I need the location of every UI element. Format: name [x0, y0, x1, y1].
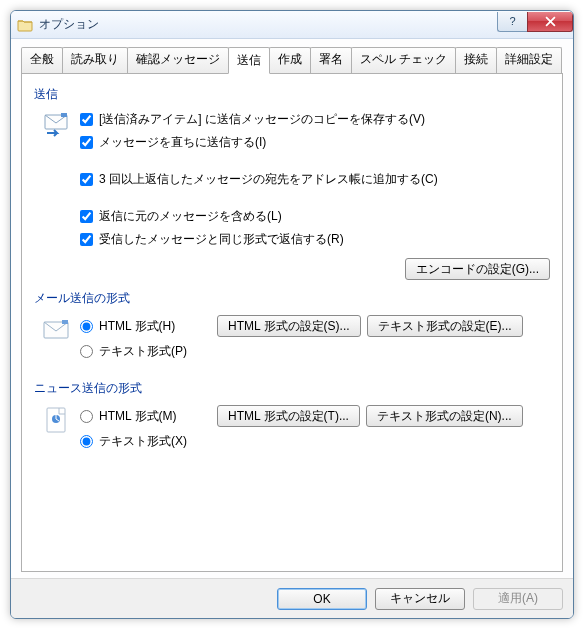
mail-text-settings-button[interactable]: テキスト形式の設定(E)... [367, 315, 523, 337]
radio-mail-text[interactable] [80, 345, 93, 358]
section-news-format-heading: ニュース送信の形式 [34, 380, 550, 397]
tab-general[interactable]: 全般 [21, 47, 63, 73]
checkbox-save-copy-input[interactable] [80, 113, 93, 126]
options-dialog: オプション ? 全般 読み取り 確認メッセージ 送信 作成 署名 スペル チェッ… [10, 10, 574, 619]
help-button[interactable]: ? [497, 12, 527, 32]
encoding-settings-button[interactable]: エンコードの設定(G)... [405, 258, 550, 280]
envelope-send-icon [41, 111, 73, 254]
tab-signatures[interactable]: 署名 [310, 47, 352, 73]
radio-news-text[interactable] [80, 435, 93, 448]
checkbox-save-copy[interactable]: [送信済みアイテム] に送信メッセージのコピーを保存する(V) [80, 111, 550, 128]
radio-news-text-label: テキスト形式(X) [99, 433, 209, 450]
window-title: オプション [39, 16, 497, 33]
tab-spelling[interactable]: スペル チェック [351, 47, 456, 73]
checkbox-add-address-input[interactable] [80, 173, 93, 186]
svg-rect-3 [62, 320, 68, 324]
tab-advanced[interactable]: 詳細設定 [496, 47, 562, 73]
envelope-icon [41, 315, 73, 366]
checkbox-send-now-input[interactable] [80, 136, 93, 149]
radio-news-html-label: HTML 形式(M) [99, 408, 209, 425]
titlebar: オプション ? [11, 11, 573, 39]
tabstrip: 全般 読み取り 確認メッセージ 送信 作成 署名 スペル チェック 接続 詳細設… [21, 47, 563, 74]
svg-rect-1 [61, 113, 67, 117]
tab-panel-send: 送信 [送信済みアイテム] に送信メッセージ [21, 74, 563, 572]
section-mail-format-heading: メール送信の形式 [34, 290, 550, 307]
tab-receipts[interactable]: 確認メッセージ [127, 47, 229, 73]
folder-icon [17, 17, 33, 33]
news-text-settings-button[interactable]: テキスト形式の設定(N)... [366, 405, 523, 427]
radio-news-html[interactable] [80, 410, 93, 423]
checkbox-same-format-label: 受信したメッセージと同じ形式で返信する(R) [99, 231, 344, 248]
apply-button[interactable]: 適用(A) [473, 588, 563, 610]
checkbox-add-address[interactable]: 3 回以上返信したメッセージの宛先をアドレス帳に追加する(C) [80, 171, 550, 188]
news-page-icon [41, 405, 73, 456]
checkbox-send-now[interactable]: メッセージを直ちに送信する(I) [80, 134, 550, 151]
radio-mail-html[interactable] [80, 320, 93, 333]
checkbox-save-copy-label: [送信済みアイテム] に送信メッセージのコピーを保存する(V) [99, 111, 425, 128]
tab-read[interactable]: 読み取り [62, 47, 128, 73]
tab-send[interactable]: 送信 [228, 47, 270, 74]
checkbox-same-format[interactable]: 受信したメッセージと同じ形式で返信する(R) [80, 231, 550, 248]
radio-mail-html-label: HTML 形式(H) [99, 318, 209, 335]
tab-compose[interactable]: 作成 [269, 47, 311, 73]
radio-mail-text-label: テキスト形式(P) [99, 343, 209, 360]
close-button[interactable] [527, 12, 573, 32]
mail-html-settings-button[interactable]: HTML 形式の設定(S)... [217, 315, 361, 337]
checkbox-include-original-label: 返信に元のメッセージを含める(L) [99, 208, 282, 225]
ok-button[interactable]: OK [277, 588, 367, 610]
checkbox-same-format-input[interactable] [80, 233, 93, 246]
tab-connection[interactable]: 接続 [455, 47, 497, 73]
news-html-settings-button[interactable]: HTML 形式の設定(T)... [217, 405, 360, 427]
dialog-footer: OK キャンセル 適用(A) [11, 578, 573, 618]
checkbox-send-now-label: メッセージを直ちに送信する(I) [99, 134, 266, 151]
cancel-button[interactable]: キャンセル [375, 588, 465, 610]
checkbox-include-original-input[interactable] [80, 210, 93, 223]
checkbox-add-address-label: 3 回以上返信したメッセージの宛先をアドレス帳に追加する(C) [99, 171, 438, 188]
checkbox-include-original[interactable]: 返信に元のメッセージを含める(L) [80, 208, 550, 225]
section-send-heading: 送信 [34, 86, 550, 103]
